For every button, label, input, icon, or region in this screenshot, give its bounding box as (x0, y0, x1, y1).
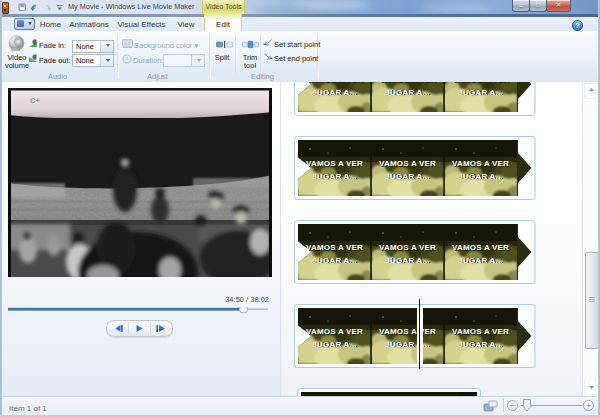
svg-text:C+: C+ (30, 96, 40, 105)
